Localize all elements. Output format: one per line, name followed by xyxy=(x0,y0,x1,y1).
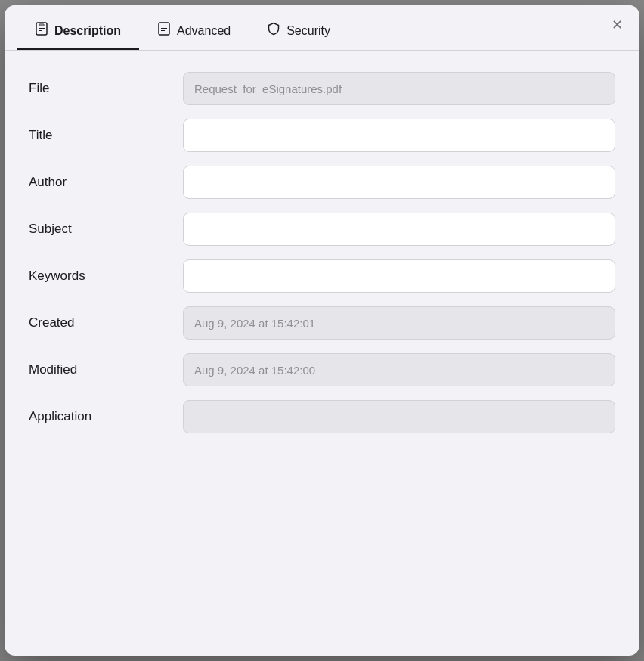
form-row-title: Title xyxy=(29,119,615,152)
form-row-created: Created xyxy=(29,306,615,340)
label-author: Author xyxy=(29,175,165,190)
input-application xyxy=(183,400,615,433)
label-title: Title xyxy=(29,128,165,143)
input-author[interactable] xyxy=(183,166,615,199)
tab-security-label: Security xyxy=(286,24,330,38)
form-row-application: Application xyxy=(29,400,615,433)
label-file: File xyxy=(29,81,165,96)
tab-bar: Description Advanced Security xyxy=(17,14,627,50)
modal-body: File Title Author Subject Keywords xyxy=(5,51,639,656)
modal-header: Description Advanced Security ✕ xyxy=(5,5,639,51)
form-row-file: File xyxy=(29,72,615,105)
svg-rect-4 xyxy=(39,24,44,26)
close-button[interactable]: ✕ xyxy=(606,14,627,36)
input-modified xyxy=(183,353,615,386)
form-row-modified: Modified xyxy=(29,353,615,386)
input-keywords[interactable] xyxy=(183,259,615,293)
label-subject: Subject xyxy=(29,222,165,237)
label-keywords: Keywords xyxy=(29,268,165,284)
label-modified: Modified xyxy=(29,362,165,377)
input-subject[interactable] xyxy=(183,213,615,246)
description-icon xyxy=(35,22,48,39)
tab-advanced-label: Advanced xyxy=(177,24,231,38)
modal-dialog: Description Advanced Security ✕ File xyxy=(5,5,639,656)
input-created xyxy=(183,306,615,340)
tab-advanced[interactable]: Advanced xyxy=(139,14,249,50)
form-row-keywords: Keywords xyxy=(29,259,615,293)
tab-description-label: Description xyxy=(54,24,121,38)
form-row-author: Author xyxy=(29,166,615,199)
form-row-subject: Subject xyxy=(29,213,615,246)
input-title[interactable] xyxy=(183,119,615,152)
advanced-icon xyxy=(157,22,171,39)
label-application: Application xyxy=(29,409,165,424)
input-file xyxy=(183,72,615,105)
security-icon xyxy=(267,22,280,39)
modal-overlay: Description Advanced Security ✕ File xyxy=(0,0,644,661)
tab-description[interactable]: Description xyxy=(17,14,139,50)
label-created: Created xyxy=(29,315,165,330)
tab-security[interactable]: Security xyxy=(249,14,348,50)
